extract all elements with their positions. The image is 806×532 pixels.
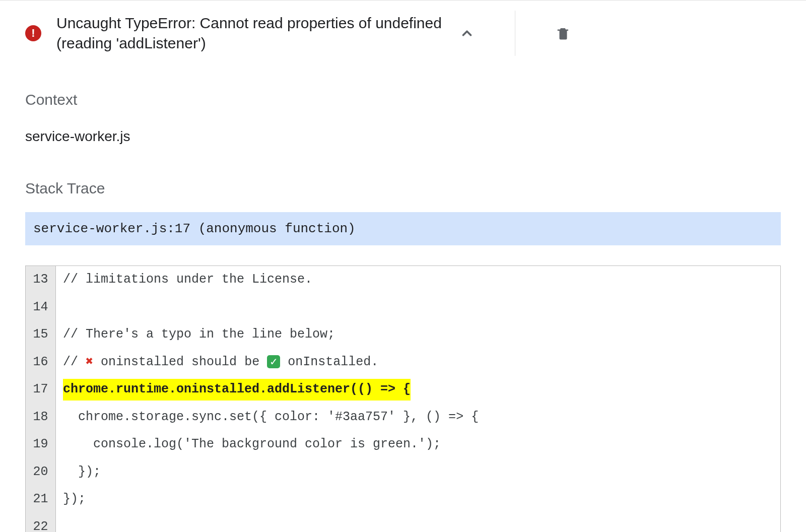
code-line: 22 [26,513,780,533]
error-icon: ! [25,25,41,41]
code-text: // There's a typo in the line below; [56,321,780,349]
code-text: chrome.runtime.oninstalled.addListener((… [56,376,780,404]
collapse-button[interactable] [459,26,475,41]
highlighted-span: chrome.runtime.oninstalled.addListener((… [63,379,411,401]
code-line: 21 }); [26,486,780,513]
code-line: 14 [26,294,780,321]
code-snippet: 13 // limitations under the License. 14 … [25,265,781,532]
line-number: 18 [26,404,56,431]
code-line: 19 console.log('The background color is … [26,431,780,458]
error-header: ! Uncaught TypeError: Cannot read proper… [0,0,806,71]
code-line: 20 }); [26,458,780,486]
error-badge-glyph: ! [31,27,35,40]
cross-mark-icon: ✖ [86,355,93,369]
context-file: service-worker.js [25,128,781,145]
line-number: 14 [26,294,56,321]
chevron-up-icon [459,26,475,41]
line-number: 17 [26,376,56,404]
line-number: 20 [26,458,56,486]
code-line: 18 chrome.storage.sync.set({ color: '#3a… [26,404,780,431]
context-section: Context service-worker.js [0,71,806,160]
code-text: }); [56,458,780,486]
error-panel: ! Uncaught TypeError: Cannot read proper… [0,0,806,532]
error-title: Uncaught TypeError: Cannot read properti… [56,13,459,54]
context-heading: Context [25,91,781,108]
comment-prefix: // [63,355,86,369]
code-line-highlighted: 17 chrome.runtime.oninstalled.addListene… [26,376,780,404]
line-number: 13 [26,266,56,294]
delete-button[interactable] [556,25,571,42]
comment-mid2: onInstalled. [280,355,378,369]
line-number: 19 [26,431,56,458]
line-number: 16 [26,349,56,376]
stack-trace-section: Stack Trace service-worker.js:17 (anonym… [0,160,806,265]
code-text: }); [56,486,780,513]
code-text: chrome.storage.sync.set({ color: '#3aa75… [56,404,780,431]
code-text: // limitations under the License. [56,266,780,294]
vertical-divider [515,11,515,56]
code-text [56,513,780,533]
line-number: 22 [26,513,56,533]
trash-icon [556,25,571,42]
line-number: 21 [26,486,56,513]
code-text: // ✖ oninstalled should be ✓ onInstalled… [56,349,780,376]
line-number: 15 [26,321,56,349]
code-text: console.log('The background color is gre… [56,431,780,458]
code-line: 16 // ✖ oninstalled should be ✓ onInstal… [26,349,780,376]
check-mark-icon: ✓ [267,355,280,368]
comment-mid1: oninstalled should be [93,355,267,369]
code-line: 15 // There's a typo in the line below; [26,321,780,349]
header-actions [459,11,586,56]
stack-frame[interactable]: service-worker.js:17 (anonymous function… [25,212,781,245]
code-line: 13 // limitations under the License. [26,266,780,294]
code-text [56,294,780,321]
stack-trace-heading: Stack Trace [25,180,781,197]
